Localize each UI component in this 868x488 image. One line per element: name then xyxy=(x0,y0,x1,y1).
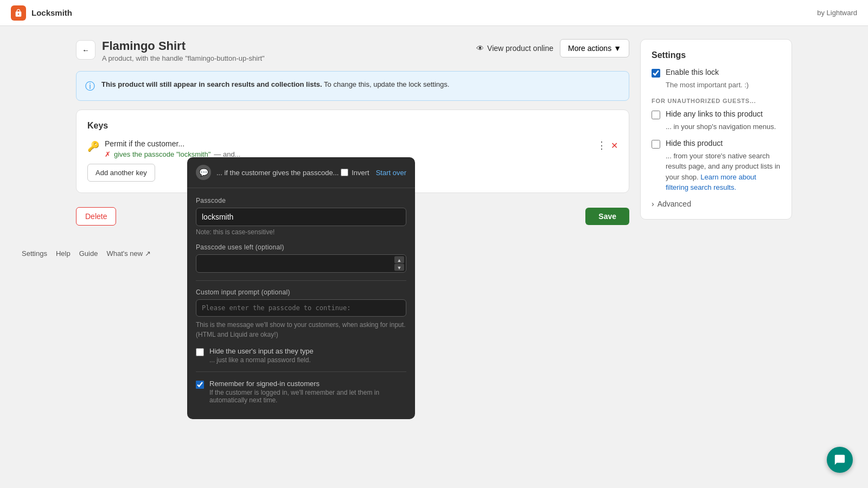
footer-settings-link[interactable]: Settings xyxy=(22,249,47,258)
hide-links-row: Hide any links to this product xyxy=(652,110,781,119)
page-subtitle: A product, with the handle "flamingo-but… xyxy=(102,54,265,62)
key-icon: 🔑 xyxy=(87,140,99,152)
passcode-note: Note: this is case-sensitive! xyxy=(196,228,406,236)
hide-links-checkbox[interactable] xyxy=(652,111,660,119)
for-unauthorized-label: For unauthorized guests... xyxy=(652,98,781,104)
hide-product-row: Hide this product xyxy=(652,139,781,149)
advanced-row[interactable]: › Advanced xyxy=(652,200,781,208)
page-title-group: Flamingo Shirt A product, with the handl… xyxy=(102,39,265,62)
invert-label: Invert xyxy=(341,169,369,177)
popup-body: Passcode Note: this is case-sensitive! P… xyxy=(187,188,415,268)
uses-field-label: Passcode uses left (optional) xyxy=(196,243,406,251)
uses-input-wrapper: ▲ ▼ xyxy=(196,254,406,268)
keys-title: Keys xyxy=(87,121,618,131)
app-title: Locksmith xyxy=(31,8,72,17)
footer-whats-new-link[interactable]: What's new ↗ xyxy=(106,249,150,258)
chevron-down-icon: ▼ xyxy=(614,44,621,53)
alert-text: This product will still appear in search… xyxy=(101,79,449,90)
page-header-left: ← Flamingo Shirt A product, with the han… xyxy=(76,39,265,62)
key-content: Permit if the customer... ✗ gives the pa… xyxy=(105,139,591,158)
eye-icon: 👁 xyxy=(476,44,484,53)
spinner-buttons: ▲ ▼ xyxy=(394,256,404,269)
topbar-left: Locksmith xyxy=(11,5,72,21)
save-button[interactable]: Save xyxy=(585,208,629,225)
invert-checkbox[interactable] xyxy=(341,169,348,176)
settings-title: Settings xyxy=(652,50,781,60)
spinner-up-button[interactable]: ▲ xyxy=(394,256,404,264)
enable-lock-sub: The most important part. :) xyxy=(666,81,781,89)
footer-help-link[interactable]: Help xyxy=(56,249,71,258)
hide-links-label: Hide any links to this product xyxy=(666,110,763,118)
topbar: Locksmith by Lightward xyxy=(0,0,868,26)
advanced-label: Advanced xyxy=(658,200,691,208)
settings-card: Settings Enable this lock The most impor… xyxy=(640,39,792,220)
hide-product-checkbox[interactable] xyxy=(652,140,660,149)
external-link-icon: ↗ xyxy=(145,249,151,258)
footer: Settings Help Guide What's new ↗ xyxy=(0,239,868,268)
start-over-link[interactable]: Start over xyxy=(376,169,406,177)
topbar-by: by Lightward xyxy=(817,9,857,17)
page-header: ← Flamingo Shirt A product, with the han… xyxy=(76,39,629,62)
enable-lock-row: Enable this lock xyxy=(652,68,781,78)
hide-product-label: Hide this product xyxy=(666,139,723,147)
key-more-icon[interactable]: ⋮ xyxy=(597,139,607,151)
key-remove-icon[interactable]: ✕ xyxy=(611,140,618,151)
popup-header-left: 💬 ... if the customer gives the passcode… xyxy=(196,165,339,180)
popup-header-right: Invert Start over xyxy=(341,169,406,177)
uses-input[interactable] xyxy=(196,254,406,268)
keys-card: Keys 🔑 Permit if the customer... ✗ gives… xyxy=(76,110,629,193)
key-row: 🔑 Permit if the customer... ✗ gives the … xyxy=(87,139,618,158)
back-button[interactable]: ← xyxy=(76,40,95,60)
left-column: ← Flamingo Shirt A product, with the han… xyxy=(76,39,629,226)
enable-lock-label: Enable this lock xyxy=(666,68,719,76)
lock-icon xyxy=(14,9,23,17)
alert-banner: ⓘ This product will still appear in sear… xyxy=(76,71,629,101)
add-key-button[interactable]: Add another key xyxy=(87,164,155,182)
enable-lock-checkbox[interactable] xyxy=(652,69,660,78)
popup-header: 💬 ... if the customer gives the passcode… xyxy=(187,157,415,188)
key-condition-text: Permit if the customer... xyxy=(105,139,591,148)
view-product-button[interactable]: 👁 View product online xyxy=(476,44,553,53)
popup-condition-text: ... if the customer gives the passcode..… xyxy=(216,169,339,177)
hide-links-sub: ... in your shop's navigation menus. xyxy=(666,121,781,132)
back-arrow-icon: ← xyxy=(82,46,89,54)
more-actions-button[interactable]: More actions ▼ xyxy=(560,39,629,57)
page-title: Flamingo Shirt xyxy=(102,39,265,53)
hide-product-sub: ... from your store's native search resu… xyxy=(666,151,781,193)
page-header-right: 👁 View product online More actions ▼ xyxy=(476,39,629,57)
info-icon: ⓘ xyxy=(85,80,95,93)
passcode-input[interactable] xyxy=(196,208,406,226)
main-layout: ← Flamingo Shirt A product, with the han… xyxy=(54,26,814,239)
chat-bubble-icon: 💬 xyxy=(196,165,211,180)
passcode-popup: 💬 ... if the customer gives the passcode… xyxy=(187,157,415,268)
delete-button[interactable]: Delete xyxy=(76,207,116,226)
footer-guide-link[interactable]: Guide xyxy=(79,249,98,258)
passcode-field-label: Passcode xyxy=(196,197,406,204)
x-icon: ✗ xyxy=(105,150,111,158)
spinner-down-button[interactable]: ▼ xyxy=(394,264,404,269)
right-column: Settings Enable this lock The most impor… xyxy=(640,39,792,226)
key-actions: ⋮ ✕ xyxy=(597,139,618,151)
app-logo xyxy=(11,5,26,21)
chevron-right-icon: › xyxy=(652,200,654,208)
